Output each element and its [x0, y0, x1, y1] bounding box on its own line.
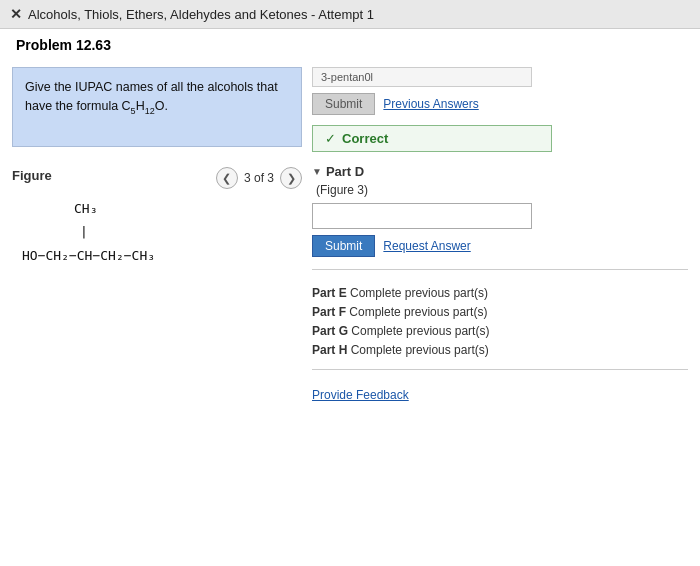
header-title: Alcohols, Thiols, Ethers, Aldehydes and … [28, 7, 374, 22]
figure-nav-text: 3 of 3 [244, 171, 274, 185]
part-e-label: Part E [312, 286, 347, 300]
part-d-input[interactable] [312, 203, 532, 229]
correct-box: ✓ Correct [312, 125, 552, 152]
part-f-status: Complete previous part(s) [349, 305, 487, 319]
figure-label: Figure [12, 168, 52, 183]
left-panel: Give the IUPAC names of all the alcohols… [12, 67, 302, 402]
part-g-status: Complete previous part(s) [351, 324, 489, 338]
problem-label: Problem 12.63 [0, 29, 700, 57]
divider-2 [312, 369, 688, 370]
previous-answer-area: Submit Previous Answers [312, 67, 688, 115]
close-button[interactable]: ✕ [10, 6, 22, 22]
figure-nav: Figure ❮ 3 of 3 ❯ [12, 167, 302, 189]
content-area: Give the IUPAC names of all the alcohols… [0, 57, 700, 412]
part-g-label: Part G [312, 324, 348, 338]
question-box: Give the IUPAC names of all the alcohols… [12, 67, 302, 147]
molecule-chain: HO−CH₂−CH−CH₂−CH₃ [22, 244, 302, 267]
part-d-header: ▼ Part D [312, 164, 688, 179]
molecule-ch3: CH₃ [74, 197, 302, 220]
question-text: Give the IUPAC names of all the alcohols… [25, 80, 278, 113]
submit-row: Submit Previous Answers [312, 93, 688, 115]
previous-answers-link[interactable]: Previous Answers [383, 97, 478, 111]
main-container: ✕ Alcohols, Thiols, Ethers, Aldehydes an… [0, 0, 700, 566]
prev-figure-button[interactable]: ❮ [216, 167, 238, 189]
next-figure-button[interactable]: ❯ [280, 167, 302, 189]
correct-label: Correct [342, 131, 388, 146]
figure-area: Figure ❮ 3 of 3 ❯ CH₃ | HO−CH₂−CH−CH₂−CH… [12, 167, 302, 267]
part-d-section: ▼ Part D (Figure 3) Submit Request Answe… [312, 164, 688, 257]
request-answer-link[interactable]: Request Answer [383, 239, 470, 253]
parts-e-h: Part E Complete previous part(s) Part F … [312, 286, 688, 357]
part-e-status: Complete previous part(s) [350, 286, 488, 300]
part-e-row: Part E Complete previous part(s) [312, 286, 688, 300]
molecule-display: CH₃ | HO−CH₂−CH−CH₂−CH₃ [12, 197, 302, 267]
part-d-figure-ref: (Figure 3) [316, 183, 688, 197]
header-bar: ✕ Alcohols, Thiols, Ethers, Aldehydes an… [0, 0, 700, 29]
part-f-row: Part F Complete previous part(s) [312, 305, 688, 319]
molecule-bond: | [80, 220, 302, 243]
checkmark-icon: ✓ [325, 131, 336, 146]
part-d-arrow: ▼ [312, 166, 322, 177]
part-d-submit-button[interactable]: Submit [312, 235, 375, 257]
part-f-label: Part F [312, 305, 346, 319]
divider [312, 269, 688, 270]
part-h-label: Part H [312, 343, 347, 357]
part-g-row: Part G Complete previous part(s) [312, 324, 688, 338]
provide-feedback-link[interactable]: Provide Feedback [312, 388, 688, 402]
right-panel: Submit Previous Answers ✓ Correct ▼ Part… [312, 67, 688, 402]
submit-disabled-button[interactable]: Submit [312, 93, 375, 115]
part-d-btn-row: Submit Request Answer [312, 235, 688, 257]
part-d-label: Part D [326, 164, 364, 179]
part-h-row: Part H Complete previous part(s) [312, 343, 688, 357]
part-h-status: Complete previous part(s) [351, 343, 489, 357]
spelling-hint-input[interactable] [312, 67, 532, 87]
